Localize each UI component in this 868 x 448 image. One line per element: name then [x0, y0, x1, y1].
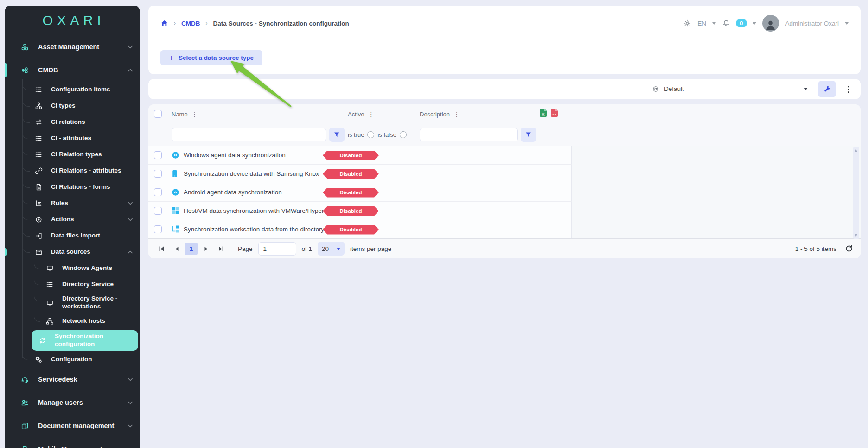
language-selector[interactable]: EN — [697, 20, 706, 27]
svg-text:X: X — [542, 112, 545, 117]
page-count-label: of 1 — [302, 245, 313, 252]
active-section-indicator — [5, 248, 7, 256]
sidebar-item-data-sources[interactable]: Data sources — [5, 244, 140, 260]
sidebar-item-document-management[interactable]: Document management — [5, 414, 140, 437]
relations-icon — [33, 118, 44, 126]
sidebar-item-directory-service[interactable]: Directory Service — [5, 276, 140, 293]
row-checkbox[interactable] — [154, 170, 162, 178]
next-page-button[interactable] — [200, 243, 211, 254]
header-bar: › CMDB › Data Sources - Synchronization … — [148, 6, 861, 41]
sidebar-item-network-hosts[interactable]: Network hosts — [5, 313, 140, 329]
sidebar-item-manage-users[interactable]: Manage users — [5, 391, 140, 414]
sidebar-item-servicedesk[interactable]: Servicedesk — [5, 368, 140, 391]
monitor-icon — [45, 264, 55, 272]
description-filter-funnel-button[interactable] — [521, 128, 536, 142]
scroll-down-icon[interactable] — [855, 234, 857, 237]
is-false-radio[interactable] — [400, 131, 407, 138]
plus-icon: + — [169, 54, 174, 62]
chevron-down-icon — [337, 248, 340, 250]
sidebar-item-mobile-management[interactable]: Mobile Management — [5, 437, 140, 448]
chevron-down-icon[interactable] — [845, 22, 849, 25]
gear-icon[interactable] — [683, 19, 691, 27]
sidebar-item-directory-service-workstations[interactable]: Directory Service - workstations — [5, 293, 140, 313]
chevron-down-icon[interactable] — [753, 22, 756, 25]
link-icon — [33, 167, 44, 175]
bell-icon[interactable] — [722, 19, 730, 27]
refresh-icon[interactable] — [845, 244, 853, 253]
documents-icon — [19, 422, 31, 430]
chevron-down-icon[interactable] — [712, 22, 716, 25]
previous-page-button[interactable] — [171, 243, 182, 254]
row-checkbox[interactable] — [154, 225, 162, 233]
column-header-description[interactable]: Description ⋮ — [420, 110, 460, 118]
column-menu-icon[interactable]: ⋮ — [368, 110, 374, 118]
table-row: Synchronization device data with Samsung… — [148, 165, 572, 183]
list-icon — [33, 86, 44, 94]
is-true-radio[interactable] — [367, 131, 374, 138]
document-icon — [33, 183, 44, 191]
toolbar-kebab-menu-button[interactable]: ⋮ — [842, 84, 854, 94]
select-all-checkbox[interactable] — [154, 110, 162, 118]
grid-settings-wrench-button[interactable] — [818, 81, 836, 97]
status-badge: Disabled — [323, 206, 379, 216]
breadcrumb-current[interactable]: Data Sources - Synchronization configura… — [213, 20, 349, 27]
phone-icon — [172, 170, 178, 178]
user-name[interactable]: Administrator Oxari — [785, 20, 839, 27]
description-filter-input[interactable] — [420, 128, 518, 141]
table-row: Host/VM data synchronization with VMWare… — [148, 202, 572, 220]
last-page-button[interactable] — [216, 243, 227, 254]
sidebar-item-synchronization-configuration[interactable]: Synchronization configuration — [32, 330, 138, 351]
items-range-label: 1 - 5 of 5 items — [795, 245, 836, 252]
breadcrumb: › CMDB › Data Sources - Synchronization … — [160, 19, 349, 27]
monitor-icon — [45, 299, 55, 307]
export-buttons: X PDF — [539, 109, 558, 118]
chart-icon — [33, 199, 44, 207]
items-per-page-label: items per page — [350, 245, 391, 252]
chevron-up-icon — [128, 250, 133, 254]
row-checkbox[interactable] — [154, 207, 162, 215]
sidebar-item-asset-management[interactable]: Asset Management — [5, 35, 140, 58]
list-icon — [45, 281, 55, 288]
column-header-active[interactable]: Active ⋮ — [348, 110, 374, 118]
vertical-scrollbar[interactable] — [853, 147, 859, 239]
notification-count-badge[interactable]: 0 — [736, 19, 747, 27]
view-selector-dropdown[interactable]: Default — [649, 82, 811, 96]
row-checkbox[interactable] — [154, 151, 162, 159]
chevron-down-icon — [128, 401, 133, 404]
chevron-down-icon — [128, 378, 133, 381]
scroll-up-icon[interactable] — [855, 149, 857, 152]
row-name: Synchronization device data with Samsung… — [184, 170, 319, 177]
breadcrumb-link-cmdb[interactable]: CMDB — [181, 20, 200, 27]
chevron-up-icon — [128, 69, 133, 72]
page-number-button[interactable]: 1 — [185, 243, 198, 255]
column-menu-icon[interactable]: ⋮ — [453, 110, 460, 118]
page-label: Page — [238, 245, 253, 252]
pdf-export-icon[interactable]: PDF — [550, 109, 558, 118]
home-icon[interactable] — [160, 19, 168, 27]
column-menu-icon[interactable]: ⋮ — [191, 110, 198, 118]
avatar[interactable] — [762, 15, 779, 32]
grid-toolbar: Default ⋮ — [148, 79, 861, 99]
table-body: Windows agent data synchronization Disab… — [148, 146, 861, 239]
app-root: OXARI Asset Management CMDB Configuratio… — [0, 0, 868, 448]
app-logo: OXARI — [5, 6, 140, 35]
select-data-source-type-button[interactable]: + Select a data source type — [160, 50, 262, 65]
column-header-name[interactable]: Name ⋮ — [172, 110, 198, 118]
users-icon — [19, 399, 31, 407]
cmdb-icon — [19, 66, 31, 74]
excel-export-icon[interactable]: X — [539, 109, 547, 118]
chevron-down-icon — [128, 202, 133, 205]
name-filter-funnel-button[interactable] — [329, 128, 345, 142]
import-icon — [33, 232, 44, 240]
row-checkbox[interactable] — [154, 188, 162, 196]
header-actions: EN 0 Administrator Oxari — [683, 15, 849, 32]
status-badge: Disabled — [323, 188, 379, 198]
sidebar-item-cmdb[interactable]: CMDB — [5, 58, 140, 82]
sidebar-item-configuration[interactable]: Configuration — [5, 352, 140, 368]
page-size-select[interactable]: 20 — [318, 242, 345, 256]
first-page-button[interactable] — [156, 243, 167, 254]
status-badge: Disabled — [323, 225, 379, 235]
page-number-input[interactable] — [258, 242, 296, 256]
name-filter-input[interactable] — [172, 128, 326, 141]
sidebar-item-windows-agents[interactable]: Windows Agents — [5, 260, 140, 276]
